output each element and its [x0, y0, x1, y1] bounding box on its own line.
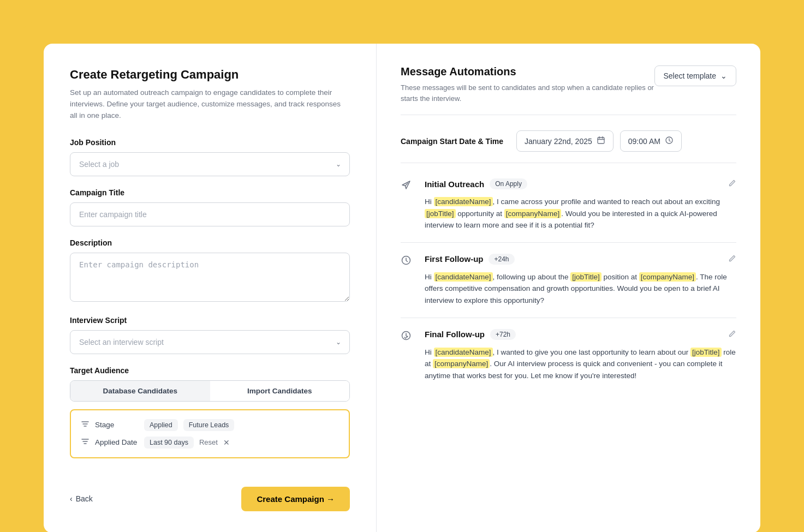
- right-header-text: Message Automations These messages will …: [401, 65, 654, 104]
- audience-tabs: Database Candidates Import Candidates: [70, 380, 350, 402]
- first-followup-title-row: First Follow-up +24h: [425, 254, 515, 265]
- svg-rect-0: [598, 138, 604, 144]
- first-followup-edit-button[interactable]: [728, 254, 736, 264]
- description-label: Description: [70, 238, 350, 247]
- applied-date-filter-label: Applied Date: [95, 438, 139, 446]
- right-panel: Message Automations These messages will …: [377, 44, 760, 532]
- automations-title: Message Automations: [401, 65, 654, 78]
- left-bottom-nav: ‹ Back Create Campaign →: [70, 470, 350, 511]
- campaign-title-input[interactable]: [70, 202, 350, 226]
- interview-select-wrapper: Select an interview script ⌄: [70, 330, 350, 354]
- back-button[interactable]: ‹ Back: [70, 494, 93, 503]
- first-followup-header: First Follow-up +24h: [425, 254, 736, 265]
- first-followup-body: First Follow-up +24h Hi [candidateName],…: [425, 254, 736, 307]
- candidate-name-highlight-1: [candidateName]: [434, 197, 493, 206]
- applied-date-filter-row: Applied Date Last 90 days Reset ✕: [81, 437, 339, 449]
- job-position-group: Job Position Select a job ⌄: [70, 138, 350, 176]
- candidate-name-highlight-3: [candidateName]: [434, 348, 493, 357]
- job-position-label: Job Position: [70, 138, 350, 147]
- first-followup-card: First Follow-up +24h Hi [candidateName],…: [401, 254, 736, 318]
- reset-button[interactable]: Reset: [199, 438, 218, 446]
- first-followup-text: Hi [candidateName], following up about t…: [425, 271, 736, 307]
- stage-filter-icon: [81, 420, 90, 430]
- applied-date-filter-icon: [81, 437, 90, 447]
- interview-script-select[interactable]: Select an interview script: [70, 330, 350, 354]
- company-name-highlight-1: [companyName]: [504, 209, 561, 218]
- final-followup-header: Final Follow-up +72h: [425, 329, 736, 340]
- interview-script-label: Interview Script: [70, 316, 350, 325]
- campaign-title-group: Campaign Title: [70, 188, 350, 226]
- final-followup-text: Hi [candidateName], I wanted to give you…: [425, 346, 736, 382]
- date-time-row: Campaign Start Date & Time January 22nd,…: [401, 130, 736, 163]
- stage-filter-row: Stage Applied Future Leads: [81, 419, 339, 431]
- select-template-label: Select template: [664, 71, 717, 80]
- initial-outreach-edit-button[interactable]: [728, 179, 736, 189]
- job-title-highlight-3: [jobTitle]: [690, 348, 722, 357]
- back-label: Back: [76, 494, 93, 503]
- final-followup-icon: [401, 329, 416, 382]
- campaign-time-value: 09:00 AM: [628, 137, 660, 146]
- stage-tag-future-leads: Future Leads: [183, 419, 235, 431]
- close-filter-button[interactable]: ✕: [223, 438, 230, 447]
- description-group: Description: [70, 238, 350, 304]
- create-campaign-button[interactable]: Create Campaign →: [241, 487, 350, 511]
- target-audience-group: Target Audience Database Candidates Impo…: [70, 366, 350, 458]
- initial-outreach-header: Initial Outreach On Apply: [425, 178, 736, 189]
- description-input[interactable]: [70, 253, 350, 302]
- initial-outreach-badge: On Apply: [490, 178, 527, 189]
- right-header: Message Automations These messages will …: [401, 65, 736, 115]
- page-subtitle: Set up an automated outreach campaign to…: [70, 87, 350, 122]
- job-title-highlight-1: [jobTitle]: [425, 209, 456, 218]
- final-followup-badge: +72h: [490, 329, 516, 340]
- initial-outreach-text: Hi [candidateName], I came across your p…: [425, 196, 736, 231]
- final-followup-body: Final Follow-up +72h Hi [candidateName],…: [425, 329, 736, 382]
- time-picker-button[interactable]: 09:00 AM: [620, 130, 682, 152]
- initial-outreach-card: Initial Outreach On Apply Hi [candidateN…: [401, 178, 736, 243]
- initial-outreach-title-row: Initial Outreach On Apply: [425, 178, 527, 189]
- automations-subtitle: These messages will be sent to candidate…: [401, 82, 654, 104]
- job-title-highlight-2: [jobTitle]: [570, 272, 601, 282]
- initial-outreach-body: Initial Outreach On Apply Hi [candidateN…: [425, 178, 736, 231]
- calendar-icon: [597, 136, 605, 146]
- candidate-name-highlight-2: [candidateName]: [434, 272, 493, 282]
- select-template-button[interactable]: Select template ⌄: [654, 65, 737, 86]
- company-name-highlight-3: [companyName]: [433, 359, 490, 368]
- campaign-title-label: Campaign Title: [70, 188, 350, 197]
- back-arrow-icon: ‹: [70, 494, 73, 503]
- final-followup-card: Final Follow-up +72h Hi [candidateName],…: [401, 329, 736, 393]
- date-time-label: Campaign Start Date & Time: [401, 137, 510, 146]
- final-followup-title-row: Final Follow-up +72h: [425, 329, 516, 340]
- tab-import-candidates[interactable]: Import Candidates: [210, 381, 350, 401]
- final-followup-edit-button[interactable]: [728, 330, 736, 339]
- final-followup-title: Final Follow-up: [425, 330, 485, 339]
- date-picker-button[interactable]: January 22nd, 2025: [516, 130, 614, 152]
- clock-icon: [665, 136, 674, 146]
- filter-box: Stage Applied Future Leads Applied Date …: [70, 409, 350, 458]
- stage-tag-applied: Applied: [144, 419, 178, 431]
- interview-script-group: Interview Script Select an interview scr…: [70, 316, 350, 354]
- left-panel: Create Retargeting Campaign Set up an au…: [44, 44, 377, 532]
- followup-clock-icon: [401, 254, 416, 307]
- job-select-wrapper: Select a job ⌄: [70, 152, 350, 176]
- select-template-chevron: ⌄: [720, 71, 727, 80]
- tab-database-candidates[interactable]: Database Candidates: [70, 381, 210, 401]
- stage-filter-label: Stage: [95, 421, 139, 429]
- first-followup-title: First Follow-up: [425, 254, 483, 264]
- campaign-date-value: January 22nd, 2025: [525, 137, 592, 146]
- job-select[interactable]: Select a job: [70, 152, 350, 176]
- first-followup-badge: +24h: [489, 254, 514, 265]
- company-name-highlight-2: [companyName]: [639, 272, 696, 282]
- applied-date-tag: Last 90 days: [144, 437, 194, 449]
- page-title: Create Retargeting Campaign: [70, 68, 350, 82]
- message-cards-container: Initial Outreach On Apply Hi [candidateN…: [401, 178, 736, 392]
- target-audience-label: Target Audience: [70, 366, 350, 375]
- initial-outreach-title: Initial Outreach: [425, 180, 484, 189]
- send-icon: [401, 178, 416, 231]
